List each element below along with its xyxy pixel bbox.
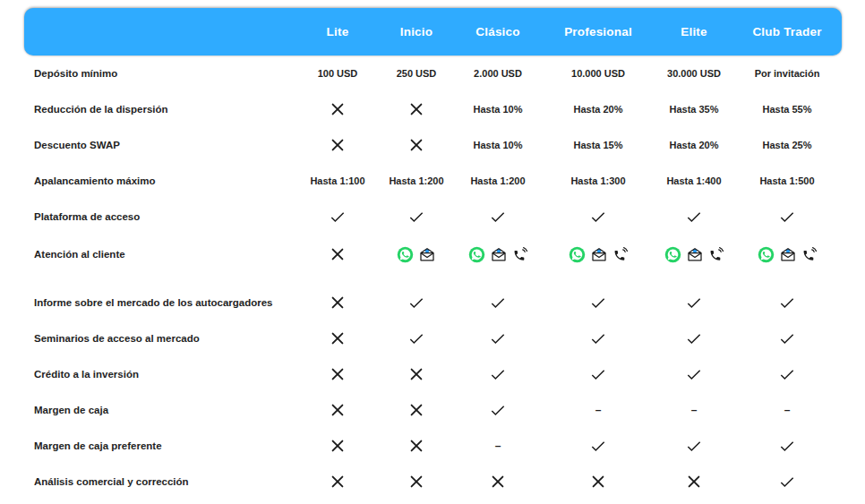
whatsapp-icon [569, 246, 586, 263]
plan-cell: Hasta 1:200 [455, 175, 541, 186]
plan-column-header: Elite [655, 25, 732, 38]
plan-cell: 2.000 USD [455, 68, 541, 79]
plan-cell [455, 475, 541, 488]
check-icon [687, 297, 701, 309]
cell-value: 10.000 USD [571, 68, 625, 79]
table-row: Depósito mínimo100 USD250 USD2.000 USD10… [24, 56, 842, 91]
cell-value: Hasta 10% [473, 140, 522, 150]
plan-cell: Hasta 1:500 [732, 175, 842, 186]
check-icon [780, 297, 794, 309]
plan-cell [732, 333, 842, 345]
phone-icon [708, 246, 724, 262]
cell-value: 2.000 USD [474, 68, 522, 79]
plan-cell: – [541, 404, 655, 416]
cell-value: Hasta 20% [573, 104, 622, 115]
table-row: Apalancamiento máximoHasta 1:100Hasta 1:… [24, 163, 842, 199]
cell-value: Hasta 1:100 [310, 175, 364, 186]
plan-cell [378, 440, 455, 452]
plan-column-header: Clásico [455, 25, 541, 38]
check-icon [591, 297, 605, 309]
plan-cell [732, 211, 842, 223]
plans-header-bar: LiteInicioClásicoProfesionalEliteClub Tr… [24, 8, 842, 56]
cross-icon [410, 475, 423, 488]
check-icon [409, 333, 424, 345]
whatsapp-icon [397, 246, 414, 263]
email-icon [686, 245, 704, 263]
feature-label: Apalancamiento máximo [24, 175, 297, 186]
plan-cell [297, 139, 378, 151]
plan-cell: – [732, 404, 842, 416]
plan-cell [541, 297, 655, 309]
plan-cell [378, 211, 455, 223]
plan-cell [732, 369, 842, 380]
feature-label: Atención al cliente [24, 249, 297, 260]
plan-cell: Hasta 10% [455, 140, 541, 150]
check-icon [780, 369, 794, 380]
cell-value: Hasta 10% [473, 104, 522, 115]
phone-icon [612, 246, 629, 262]
plan-cell: Hasta 1:100 [297, 175, 378, 186]
plan-cell [297, 296, 378, 309]
table-row: Descuento SWAPHasta 10%Hasta 15%Hasta 20… [24, 127, 842, 163]
plan-column-header: Club Trader [732, 25, 842, 38]
cell-value: Hasta 1:200 [470, 175, 525, 186]
plan-cell [541, 211, 655, 223]
table-row: Informe sobre el mercado de los autocarg… [24, 285, 842, 320]
plan-cell [297, 211, 378, 223]
check-icon [591, 440, 605, 452]
plan-cell [655, 369, 732, 380]
feature-label: Seminarios de acceso al mercado [24, 333, 297, 344]
plan-cell [297, 404, 378, 416]
cell-value: 30.000 USD [667, 68, 721, 79]
table-row: Margen de caja––– [24, 392, 842, 428]
plan-cell: Por invitación [732, 68, 842, 79]
whatsapp-icon [468, 246, 485, 263]
plan-cell: – [655, 404, 732, 416]
cell-value: Hasta 35% [669, 104, 718, 115]
whatsapp-icon [758, 246, 775, 263]
cross-icon [331, 404, 344, 416]
dash-icon: – [595, 404, 602, 416]
table-row: Crédito a la inversión [24, 356, 842, 392]
cell-value: Hasta 1:300 [570, 175, 625, 186]
check-icon [780, 333, 794, 345]
feature-label: Descuento SWAP [24, 140, 297, 150]
plan-cell: Hasta 55% [732, 104, 842, 115]
cell-value: Hasta 55% [762, 104, 811, 115]
feature-label: Margen de caja preferente [24, 440, 297, 451]
plan-cell [297, 332, 378, 345]
table-body: Depósito mínimo100 USD250 USD2.000 USD10… [24, 56, 842, 500]
table-row: Seminarios de acceso al mercado [24, 320, 842, 356]
email-icon [418, 245, 436, 263]
plan-column-header: Profesional [541, 25, 655, 38]
plan-cell: Hasta 20% [541, 104, 655, 115]
table-row: Reducción de la dispersiónHasta 10%Hasta… [24, 91, 842, 127]
plan-cell [378, 368, 455, 380]
check-icon [330, 211, 345, 223]
plan-comparison-table: LiteInicioClásicoProfesionalEliteClub Tr… [24, 8, 842, 500]
plan-cell [455, 333, 541, 345]
cell-value: Hasta 1:400 [666, 175, 721, 186]
check-icon [780, 211, 794, 223]
check-icon [687, 369, 701, 380]
plan-cell [378, 297, 455, 309]
plan-cell [378, 333, 455, 345]
cell-value: Hasta 1:200 [389, 175, 443, 186]
feature-label: Depósito mínimo [24, 68, 297, 79]
phone-icon [512, 246, 528, 262]
cross-icon [331, 368, 344, 380]
cross-icon [331, 139, 344, 151]
feature-label: Análisis comercial y corrección [24, 476, 297, 487]
plan-column-header: Inicio [378, 25, 455, 38]
dash-icon: – [495, 440, 501, 452]
cell-value: 250 USD [397, 68, 437, 79]
feature-label: Informe sobre el mercado de los autocarg… [24, 297, 297, 308]
cross-icon [592, 475, 604, 488]
check-icon [491, 297, 505, 309]
check-icon [780, 476, 794, 488]
cell-value: Hasta 20% [669, 140, 718, 150]
cell-value: Hasta 15% [573, 140, 622, 150]
feature-label: Crédito a la inversión [24, 369, 297, 380]
feature-label: Reducción de la dispersión [24, 104, 297, 115]
plan-cell [655, 245, 732, 263]
